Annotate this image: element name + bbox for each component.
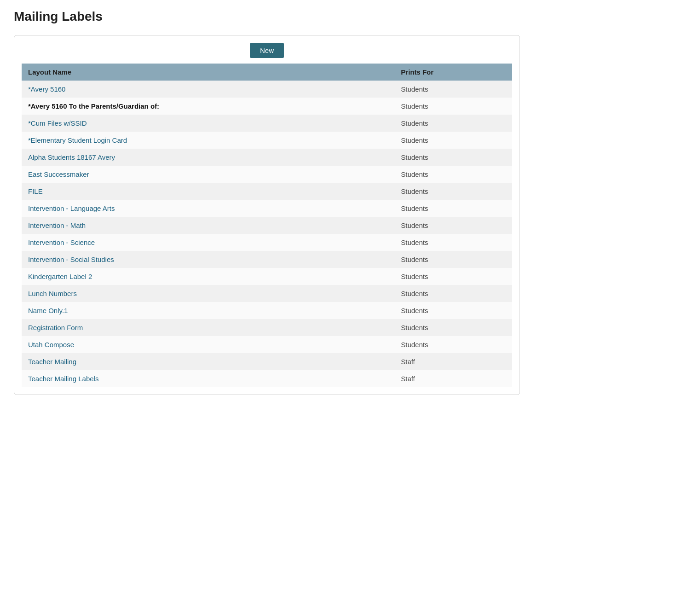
table-row: Intervention - MathStudents	[22, 217, 512, 234]
page-title: Mailing Labels	[14, 9, 668, 24]
table-row: Intervention - Language ArtsStudents	[22, 200, 512, 217]
prints-for-cell: Students	[394, 132, 512, 149]
layout-name-cell[interactable]: *Elementary Student Login Card	[22, 132, 394, 149]
table-row: Name Only.1Students	[22, 302, 512, 319]
layout-name-cell[interactable]: FILE	[22, 183, 394, 200]
prints-for-cell: Students	[394, 115, 512, 132]
table-row: *Cum Files w/SSIDStudents	[22, 115, 512, 132]
table-row: Intervention - ScienceStudents	[22, 234, 512, 251]
prints-for-cell: Students	[394, 234, 512, 251]
prints-for-cell: Students	[394, 81, 512, 98]
layout-name-cell[interactable]: East Successmaker	[22, 166, 394, 183]
layout-name-cell[interactable]: Intervention - Language Arts	[22, 200, 394, 217]
prints-for-cell: Students	[394, 166, 512, 183]
table-row: Alpha Students 18167 AveryStudents	[22, 149, 512, 166]
new-button-row: New	[22, 43, 512, 58]
prints-for-cell: Students	[394, 336, 512, 353]
layout-name-cell[interactable]: Intervention - Social Studies	[22, 251, 394, 268]
table-row: *Elementary Student Login CardStudents	[22, 132, 512, 149]
table-header: Layout Name Prints For	[22, 64, 512, 81]
prints-for-cell: Staff	[394, 353, 512, 370]
layout-name-cell[interactable]: Kindergarten Label 2	[22, 268, 394, 285]
layout-name-cell[interactable]: Name Only.1	[22, 302, 394, 319]
layout-name-cell[interactable]: *Cum Files w/SSID	[22, 115, 394, 132]
prints-for-cell: Students	[394, 98, 512, 115]
layout-name-cell[interactable]: Alpha Students 18167 Avery	[22, 149, 394, 166]
layout-name-cell[interactable]: *Avery 5160	[22, 81, 394, 98]
layout-name-cell[interactable]: Utah Compose	[22, 336, 394, 353]
table-row: *Avery 5160Students	[22, 81, 512, 98]
prints-for-cell: Students	[394, 251, 512, 268]
prints-for-cell: Students	[394, 302, 512, 319]
table-row: *Avery 5160 To the Parents/Guardian of:S…	[22, 98, 512, 115]
table-row: Intervention - Social StudiesStudents	[22, 251, 512, 268]
prints-for-cell: Students	[394, 319, 512, 336]
layout-name-cell[interactable]: Teacher Mailing Labels	[22, 370, 394, 387]
column-header-prints-for: Prints For	[394, 64, 512, 81]
layout-name-cell[interactable]: Registration Form	[22, 319, 394, 336]
main-card: New Layout Name Prints For *Avery 5160St…	[14, 35, 520, 395]
prints-for-cell: Students	[394, 217, 512, 234]
header-row: Layout Name Prints For	[22, 64, 512, 81]
prints-for-cell: Students	[394, 200, 512, 217]
layout-name-cell[interactable]: *Avery 5160 To the Parents/Guardian of:	[22, 98, 394, 115]
prints-for-cell: Students	[394, 268, 512, 285]
mailing-labels-table: Layout Name Prints For *Avery 5160Studen…	[22, 64, 512, 387]
table-row: Registration FormStudents	[22, 319, 512, 336]
column-header-layout-name: Layout Name	[22, 64, 394, 81]
table-row: Teacher MailingStaff	[22, 353, 512, 370]
prints-for-cell: Staff	[394, 370, 512, 387]
layout-name-cell[interactable]: Teacher Mailing	[22, 353, 394, 370]
new-button[interactable]: New	[250, 43, 284, 58]
table-row: Utah ComposeStudents	[22, 336, 512, 353]
prints-for-cell: Students	[394, 285, 512, 302]
table-row: Teacher Mailing LabelsStaff	[22, 370, 512, 387]
table-row: Kindergarten Label 2Students	[22, 268, 512, 285]
prints-for-cell: Students	[394, 183, 512, 200]
table-row: East SuccessmakerStudents	[22, 166, 512, 183]
table-row: Lunch NumbersStudents	[22, 285, 512, 302]
layout-name-cell[interactable]: Lunch Numbers	[22, 285, 394, 302]
table-body: *Avery 5160Students*Avery 5160 To the Pa…	[22, 81, 512, 387]
table-row: FILEStudents	[22, 183, 512, 200]
layout-name-cell[interactable]: Intervention - Science	[22, 234, 394, 251]
layout-name-cell[interactable]: Intervention - Math	[22, 217, 394, 234]
prints-for-cell: Students	[394, 149, 512, 166]
